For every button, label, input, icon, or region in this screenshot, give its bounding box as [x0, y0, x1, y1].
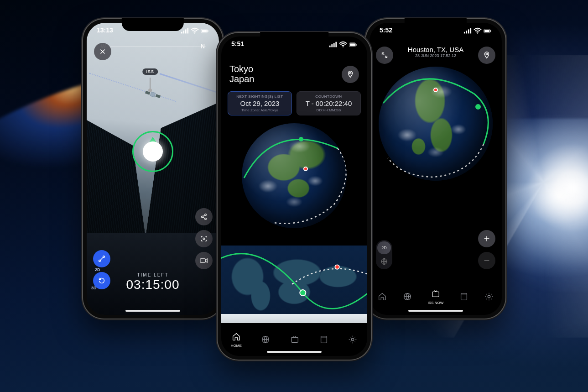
- tab-home-label: HOME: [231, 344, 242, 348]
- world-map-flat[interactable]: [221, 246, 367, 323]
- svg-point-9: [205, 214, 207, 216]
- signal-icon: [181, 27, 189, 35]
- minus-icon: [483, 256, 491, 265]
- card-title: NEXT SIGHTING(S) LIST: [230, 94, 290, 99]
- screen-globe-detail: 5:52 Houston, TX, USA 28 JUN 2023 17:52:…: [369, 23, 502, 315]
- iss-pointer: [150, 78, 151, 90]
- tab-globe[interactable]: [260, 335, 271, 345]
- tv-icon: [290, 335, 300, 345]
- svg-point-13: [99, 260, 101, 262]
- zoom-controls: [478, 230, 495, 269]
- phone-home: 5:51 Tokyo Japan NEXT SIGHTING(S) LIST O…: [217, 32, 372, 361]
- card-next-sighting[interactable]: NEXT SIGHTING(S) LIST Oct 29, 2023 Time …: [228, 91, 292, 115]
- location-datetime: 28 JUN 2023 17:52:12: [369, 53, 502, 58]
- compass-strip: W . N: [100, 42, 206, 51]
- card-main: T - 00:20:22:40: [299, 99, 359, 107]
- svg-rect-39: [291, 337, 298, 342]
- tab-settings[interactable]: [348, 335, 358, 345]
- svg-rect-35: [350, 43, 355, 46]
- location-pin-icon: [346, 70, 354, 78]
- signal-icon: [463, 27, 472, 35]
- iss-label-pill: ISS: [142, 68, 158, 75]
- time-left-label: TIME LEFT: [87, 272, 219, 277]
- view-mode-toggle[interactable]: 2D: [376, 240, 392, 269]
- svg-rect-36: [356, 44, 356, 46]
- location-button[interactable]: [342, 66, 359, 83]
- zoom-out-button[interactable]: [478, 252, 495, 269]
- svg-rect-3: [187, 28, 188, 34]
- phone-globe-detail: 5:52 Houston, TX, USA 28 JUN 2023 17:52:…: [365, 18, 506, 319]
- screen-ar: 13:13 W . N ISS: [87, 23, 219, 315]
- tab-home[interactable]: [377, 292, 387, 302]
- svg-rect-22: [490, 30, 491, 32]
- svg-point-37: [349, 73, 351, 74]
- wifi-icon: [339, 41, 347, 49]
- camera-button[interactable]: [195, 252, 213, 269]
- signal-icon: [329, 41, 337, 49]
- share-button[interactable]: [195, 208, 213, 225]
- svg-point-11: [203, 238, 205, 240]
- location-header: Tokyo Japan: [229, 64, 359, 84]
- notch: [122, 18, 184, 31]
- svg-rect-27: [461, 293, 467, 300]
- tab-tv[interactable]: [290, 335, 300, 345]
- svg-rect-16: [466, 31, 467, 33]
- home-indicator: [125, 310, 180, 312]
- plus-icon: [483, 235, 491, 243]
- svg-rect-31: [333, 43, 335, 47]
- tab-globe[interactable]: [402, 292, 412, 302]
- path-toggle-button[interactable]: [93, 250, 110, 267]
- tab-home[interactable]: HOME: [231, 332, 242, 348]
- svg-point-33: [343, 46, 343, 47]
- globe-3d[interactable]: [379, 67, 493, 181]
- battery-icon: [484, 27, 492, 35]
- location-country: Japan: [229, 74, 359, 84]
- iss-current-position: [299, 137, 303, 141]
- tab-settings[interactable]: [484, 292, 494, 302]
- tab-window[interactable]: [319, 335, 329, 345]
- svg-rect-12: [200, 259, 205, 262]
- svg-point-28: [488, 295, 490, 298]
- time-left-block: TIME LEFT 03:15:00: [87, 272, 219, 292]
- svg-rect-15: [464, 32, 465, 34]
- tab-window[interactable]: [459, 292, 469, 302]
- close-button[interactable]: [94, 43, 111, 60]
- svg-point-19: [477, 32, 478, 33]
- ar-target-reticle: [132, 131, 173, 172]
- svg-point-8: [202, 216, 203, 218]
- status-time: 5:52: [380, 26, 392, 36]
- svg-point-4: [194, 32, 195, 33]
- svg-rect-40: [321, 336, 327, 343]
- svg-rect-2: [185, 29, 187, 33]
- status-indicators: [181, 26, 209, 36]
- world-map-orbit: [221, 246, 367, 319]
- location-header: Houston, TX, USA 28 JUN 2023 17:52:12: [369, 46, 502, 58]
- recenter-button[interactable]: [195, 230, 213, 247]
- svg-rect-17: [468, 29, 469, 33]
- location-pin-marker: [303, 167, 308, 171]
- tab-iss-now-label: ISS NOW: [428, 301, 444, 305]
- svg-rect-18: [470, 28, 471, 34]
- svg-rect-1: [183, 31, 184, 33]
- mode-3d[interactable]: [377, 255, 391, 268]
- tab-iss-now[interactable]: ISS NOW: [428, 289, 444, 305]
- svg-point-14: [103, 256, 105, 258]
- svg-rect-0: [181, 32, 182, 34]
- zoom-in-button[interactable]: [478, 230, 495, 247]
- mode-2d[interactable]: 2D: [377, 241, 391, 254]
- screen-home: 5:51 Tokyo Japan NEXT SIGHTING(S) LIST O…: [221, 37, 367, 356]
- globe-icon: [260, 335, 271, 345]
- svg-rect-32: [335, 42, 337, 47]
- svg-rect-21: [484, 30, 489, 32]
- wifi-icon: [474, 27, 482, 35]
- camera-icon: [200, 256, 208, 265]
- card-countdown[interactable]: COUNTDOWN T - 00:20:22:40 DD:HH:MM:SS: [297, 91, 361, 115]
- phone-ar-view: 13:13 W . N ISS: [82, 18, 224, 319]
- mode-2d-label: 2D: [95, 267, 100, 272]
- tab-bar: ISS NOW: [369, 278, 502, 315]
- globe-3d[interactable]: [242, 123, 347, 228]
- notch: [260, 32, 328, 45]
- close-icon: [99, 47, 107, 56]
- iss-map-position: [300, 290, 306, 296]
- path-icon: [98, 255, 106, 263]
